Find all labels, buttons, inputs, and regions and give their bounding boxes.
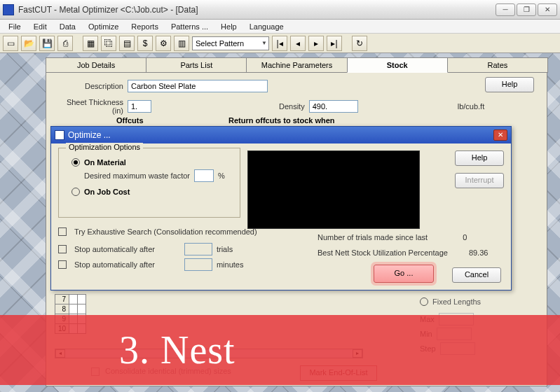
- nav-next-icon[interactable]: ▸: [308, 36, 324, 51]
- cancel-button[interactable]: Cancel: [452, 267, 501, 283]
- dialog-titlebar: Optimize ... ✕: [51, 127, 511, 144]
- grid-icon[interactable]: ▦: [83, 36, 98, 51]
- menu-help[interactable]: Help: [215, 21, 243, 32]
- menu-optimize[interactable]: Optimize: [83, 21, 124, 32]
- cell[interactable]: [69, 295, 78, 304]
- pattern-icon[interactable]: ▥: [174, 36, 189, 51]
- trials-unit: trials: [217, 245, 233, 253]
- step-banner-text: 3. Nest: [119, 328, 235, 372]
- window-titlebar: FastCUT - Metal Optimizer <C:\Job.cut> -…: [0, 0, 560, 20]
- tab-job-details[interactable]: Job Details: [46, 57, 146, 73]
- tab-machine-parameters[interactable]: Machine Parameters: [246, 57, 347, 73]
- cell[interactable]: [69, 304, 78, 314]
- utilization-value: 89.36: [469, 248, 489, 257]
- exhaustive-label: Try Exhaustive Search (Consolidation rec…: [74, 227, 257, 236]
- row-header-8[interactable]: 8: [55, 304, 69, 314]
- tab-parts-list[interactable]: Parts List: [146, 57, 247, 73]
- panel-help-button[interactable]: Help: [485, 77, 534, 92]
- print-icon[interactable]: ⎙: [57, 36, 73, 51]
- gear-icon[interactable]: ⚙: [156, 36, 171, 51]
- fixed-lengths-label: Fixed Lengths: [432, 298, 481, 306]
- dialog-title: Optimize ...: [68, 130, 111, 140]
- open-icon[interactable]: 📂: [21, 36, 36, 51]
- menu-edit[interactable]: Edit: [28, 21, 53, 32]
- nav-prev-icon[interactable]: ◂: [290, 36, 306, 51]
- menu-file[interactable]: File: [3, 21, 27, 32]
- tab-rates[interactable]: Rates: [447, 57, 548, 73]
- stop-minutes-label: Stop automatically after: [74, 260, 155, 269]
- dialog-help-button[interactable]: Help: [455, 150, 504, 166]
- copy-icon[interactable]: ⿻: [101, 36, 116, 51]
- stop-trials-checkbox[interactable]: [58, 245, 67, 253]
- stop-minutes-input: [184, 258, 212, 271]
- close-button[interactable]: ✕: [538, 4, 557, 16]
- waste-unit: %: [218, 172, 225, 180]
- sheet-icon[interactable]: ▤: [119, 36, 135, 51]
- refresh-icon[interactable]: ↻: [352, 36, 367, 51]
- density-unit: lb/cub.ft: [458, 102, 485, 111]
- minutes-unit: minutes: [217, 260, 244, 269]
- stop-minutes-checkbox[interactable]: [58, 260, 67, 269]
- cell[interactable]: [78, 295, 86, 304]
- toolbar: ▭ 📂 💾 ⎙ ▦ ⿻ ▤ $ ⚙ ▥ Select Pattern |◂ ◂ …: [0, 34, 560, 53]
- dialog-close-button[interactable]: ✕: [493, 130, 507, 141]
- stop-trials-input: [184, 243, 212, 255]
- menu-language[interactable]: Language: [244, 21, 289, 32]
- new-icon[interactable]: ▭: [3, 36, 18, 51]
- step-banner: 3. Nest: [0, 315, 560, 385]
- desired-waste-label: Desired maximum waste factor: [84, 172, 190, 180]
- go-button[interactable]: Go ...: [374, 265, 434, 283]
- thickness-label: Sheet Thickness (in): [56, 98, 123, 115]
- on-material-radio[interactable]: [71, 158, 80, 167]
- dialog-icon: [55, 130, 64, 140]
- utilization-label: Best Nett Stock Utilization Percentage: [317, 248, 448, 257]
- trials-count-value: 0: [463, 233, 467, 241]
- trials-count-label: Number of trials made since last: [317, 233, 428, 241]
- restore-button[interactable]: ❐: [517, 4, 536, 16]
- window-title: FastCUT - Metal Optimizer <C:\Job.cut> -…: [18, 5, 496, 15]
- desired-waste-input[interactable]: [194, 169, 214, 182]
- menu-data[interactable]: Data: [54, 21, 81, 32]
- density-label: Density: [279, 102, 305, 111]
- offcuts-label: Offcuts: [116, 116, 144, 125]
- on-job-cost-label: On Job Cost: [84, 188, 130, 196]
- tab-strip: Job Details Parts List Machine Parameter…: [46, 57, 547, 73]
- select-pattern-dropdown[interactable]: Select Pattern: [192, 36, 269, 50]
- exhaustive-checkbox[interactable]: [58, 227, 67, 236]
- on-job-cost-radio[interactable]: [71, 188, 80, 196]
- menu-bar: File Edit Data Optimize Reports Patterns…: [0, 20, 560, 34]
- minimize-button[interactable]: ─: [496, 4, 515, 16]
- row-header-7[interactable]: 7: [55, 295, 69, 304]
- menu-reports[interactable]: Reports: [125, 21, 164, 32]
- save-icon[interactable]: 💾: [39, 36, 55, 51]
- density-input[interactable]: [309, 100, 358, 113]
- cell[interactable]: [78, 304, 86, 314]
- optimization-options-group: Optimization Options On Material Desired…: [58, 148, 240, 218]
- app-icon: [3, 4, 14, 15]
- return-offcuts-label: Return offcuts to stock when: [228, 116, 335, 125]
- stop-trials-label: Stop automatically after: [74, 245, 155, 253]
- preview-area: [247, 150, 420, 229]
- description-label: Description: [56, 82, 123, 90]
- on-material-label: On Material: [84, 158, 126, 167]
- thickness-input[interactable]: [128, 100, 151, 113]
- dollar-icon[interactable]: $: [137, 36, 153, 51]
- nav-first-icon[interactable]: |◂: [272, 36, 287, 51]
- menu-patterns[interactable]: Patterns ...: [165, 21, 214, 32]
- interrupt-button: Interrupt: [455, 173, 504, 188]
- fixed-lengths-radio[interactable]: [420, 298, 428, 306]
- optimize-dialog: Optimize ... ✕ Optimization Options On M…: [50, 126, 512, 290]
- tab-stock[interactable]: Stock: [347, 57, 448, 73]
- description-input[interactable]: [128, 80, 268, 92]
- optimization-options-legend: Optimization Options: [66, 143, 143, 151]
- nav-last-icon[interactable]: ▸|: [327, 36, 342, 51]
